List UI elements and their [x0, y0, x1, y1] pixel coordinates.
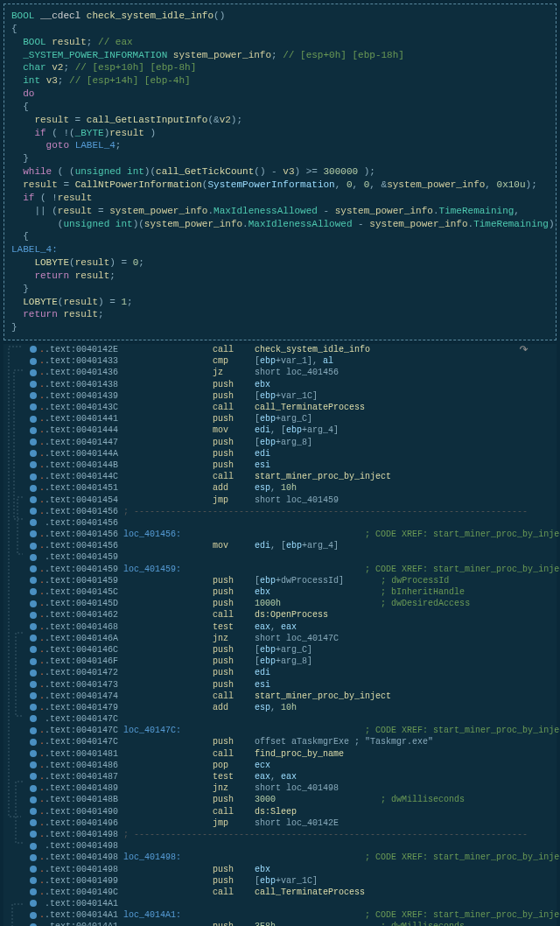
asm-line[interactable]: ..text:0040146F push [ebp+arg_8]	[30, 656, 556, 667]
breakpoint-dot-icon[interactable]	[30, 519, 37, 526]
asm-line[interactable]: ..text:00401439 push [ebp+var_1C]	[30, 390, 556, 402]
asm-line[interactable]: ..text:00401489 jnz short loc_401498	[30, 782, 556, 794]
asm-line[interactable]: ..text:0040145C push ebx ; bInheritHandl…	[30, 586, 556, 598]
asm-line[interactable]: ..text:00401468 test eax, eax	[30, 621, 556, 633]
asm-line[interactable]: ..text:0040146C push [ebp+arg_C]	[30, 644, 556, 656]
asm-line[interactable]: ..text:00401447 push [ebp+arg_8]	[30, 437, 556, 448]
asm-line[interactable]: ..text:0040143C call call_TerminateProce…	[30, 402, 556, 413]
asm-line[interactable]: ..text:00401456 ; ----------------------…	[30, 506, 556, 517]
asm-line[interactable]: ..text:0040142E call check_system_idle_i…	[30, 344, 556, 355]
asm-line[interactable]: ..text:00401454 jmp short loc_401459	[30, 495, 556, 506]
breakpoint-dot-icon[interactable]	[30, 843, 37, 850]
asm-line[interactable]: ..text:0040145D push 1000h ; dwDesiredAc…	[30, 598, 556, 609]
breakpoint-dot-icon[interactable]	[30, 912, 37, 919]
asm-line[interactable]: ..text:004014A1 push 3E8h ; dwMillisecon…	[30, 921, 556, 926]
breakpoint-dot-icon[interactable]	[30, 785, 37, 792]
breakpoint-dot-icon[interactable]	[30, 450, 37, 457]
breakpoint-dot-icon[interactable]	[30, 808, 37, 815]
breakpoint-dot-icon[interactable]	[30, 612, 37, 619]
asm-line[interactable]: ..text:00401438 push ebx	[30, 379, 556, 390]
asm-line[interactable]: ..text:00401456 mov edi, [ebp+arg_4]	[30, 540, 556, 551]
breakpoint-dot-icon[interactable]	[30, 773, 37, 780]
breakpoint-dot-icon[interactable]	[30, 635, 37, 642]
breakpoint-dot-icon[interactable]	[30, 854, 37, 861]
asm-line[interactable]: ..text:00401459 push [ebp+dwProcessId] ;…	[30, 575, 556, 586]
breakpoint-dot-icon[interactable]	[30, 508, 37, 515]
breakpoint-dot-icon[interactable]	[30, 658, 37, 665]
breakpoint-dot-icon[interactable]	[30, 438, 37, 445]
asm-line[interactable]: ..text:00401481 call find_proc_by_name	[30, 748, 556, 760]
asm-line[interactable]: .text:004014A1	[30, 898, 556, 909]
asm-line[interactable]: ..text:0040147C push offset aTaskmgrExe …	[30, 736, 556, 747]
breakpoint-dot-icon[interactable]	[30, 554, 37, 561]
asm-line[interactable]: ..text:00401433 cmp [ebp+var_1], al	[30, 355, 556, 367]
asm-line[interactable]: .text:00401459	[30, 551, 556, 563]
asm-line[interactable]: ..text:0040149C call call_TerminateProce…	[30, 887, 556, 898]
asm-line[interactable]: ..text:004014A1 loc_4014A1: ; CODE XREF:…	[30, 909, 556, 921]
asm-line[interactable]: ..text:00401472 push edi	[30, 667, 556, 678]
breakpoint-dot-icon[interactable]	[30, 427, 37, 434]
asm-line[interactable]: ..text:00401486 pop ecx	[30, 760, 556, 771]
breakpoint-dot-icon[interactable]	[30, 381, 37, 388]
breakpoint-dot-icon[interactable]	[30, 900, 37, 907]
breakpoint-dot-icon[interactable]	[30, 358, 37, 365]
breakpoint-dot-icon[interactable]	[30, 530, 37, 537]
breakpoint-dot-icon[interactable]	[30, 831, 37, 838]
asm-line[interactable]: ..text:00401479 add esp, 10h	[30, 702, 556, 713]
breakpoint-dot-icon[interactable]	[30, 485, 37, 492]
breakpoint-dot-icon[interactable]	[30, 392, 37, 399]
breakpoint-dot-icon[interactable]	[30, 588, 37, 595]
breakpoint-dot-icon[interactable]	[30, 692, 37, 699]
asm-line[interactable]: ..text:00401444 mov edi, [ebp+arg_4]	[30, 424, 556, 436]
breakpoint-dot-icon[interactable]	[30, 681, 37, 688]
breakpoint-dot-icon[interactable]	[30, 543, 37, 550]
breakpoint-dot-icon[interactable]	[30, 750, 37, 757]
breakpoint-dot-icon[interactable]	[30, 623, 37, 630]
breakpoint-dot-icon[interactable]	[30, 877, 37, 884]
asm-line[interactable]: ..text:00401490 call ds:Sleep	[30, 806, 556, 817]
asm-line[interactable]: ..text:0040144A push edi	[30, 448, 556, 459]
breakpoint-dot-icon[interactable]	[30, 727, 37, 734]
asm-line[interactable]: ..text:00401496 jmp short loc_40142E	[30, 817, 556, 829]
breakpoint-dot-icon[interactable]	[30, 346, 37, 353]
asm-line[interactable]: ..text:00401487 test eax, eax	[30, 771, 556, 782]
breakpoint-dot-icon[interactable]	[30, 670, 37, 677]
asm-line[interactable]: .text:0040147C	[30, 713, 556, 725]
asm-line[interactable]: ..text:00401473 push esi	[30, 679, 556, 691]
asm-line[interactable]: ..text:00401498 loc_401498: ; CODE XREF:…	[30, 852, 556, 863]
breakpoint-dot-icon[interactable]	[30, 461, 37, 468]
asm-line[interactable]: ..text:0040144C call start_miner_proc_by…	[30, 471, 556, 482]
asm-line[interactable]: .text:00401498	[30, 840, 556, 852]
breakpoint-dot-icon[interactable]	[30, 739, 37, 746]
breakpoint-dot-icon[interactable]	[30, 600, 37, 607]
breakpoint-dot-icon[interactable]	[30, 761, 37, 768]
asm-line[interactable]: ..text:00401451 add esp, 10h	[30, 482, 556, 494]
asm-line[interactable]: ..text:0040144B push esi	[30, 459, 556, 471]
asm-line[interactable]: ..text:0040147C loc_40147C: ; CODE XREF:…	[30, 725, 556, 736]
breakpoint-dot-icon[interactable]	[30, 577, 37, 584]
breakpoint-dot-icon[interactable]	[30, 866, 37, 873]
breakpoint-dot-icon[interactable]	[30, 369, 37, 376]
asm-line[interactable]: ..text:00401498 push ebx	[30, 864, 556, 875]
breakpoint-dot-icon[interactable]	[30, 496, 37, 503]
asm-line[interactable]: ..text:0040146A jnz short loc_40147C	[30, 633, 556, 644]
breakpoint-dot-icon[interactable]	[30, 474, 37, 481]
breakpoint-dot-icon[interactable]	[30, 888, 37, 895]
breakpoint-dot-icon[interactable]	[30, 796, 37, 803]
breakpoint-dot-icon[interactable]	[30, 715, 37, 722]
asm-line[interactable]: ..text:00401456 loc_401456: ; CODE XREF:…	[30, 529, 556, 540]
breakpoint-dot-icon[interactable]	[30, 646, 37, 653]
breakpoint-dot-icon[interactable]	[30, 819, 37, 826]
asm-line[interactable]: ..text:00401499 push [ebp+var_1C]	[30, 875, 556, 887]
asm-line[interactable]: ..text:0040148B push 3000 ; dwMillisecon…	[30, 794, 556, 805]
asm-line[interactable]: ..text:00401498 ; ----------------------…	[30, 829, 556, 840]
asm-line[interactable]: ..text:00401462 call ds:OpenProcess	[30, 609, 556, 621]
asm-line[interactable]: ..text:00401436 jz short loc_401456	[30, 367, 556, 378]
asm-line[interactable]: ..text:00401459 loc_401459: ; CODE XREF:…	[30, 564, 556, 575]
asm-line[interactable]: ..text:00401474 call start_miner_proc_by…	[30, 691, 556, 702]
asm-line[interactable]: ..text:00401441 push [ebp+arg_C]	[30, 413, 556, 424]
breakpoint-dot-icon[interactable]	[30, 403, 37, 410]
breakpoint-dot-icon[interactable]	[30, 565, 37, 572]
breakpoint-dot-icon[interactable]	[30, 416, 37, 423]
asm-line[interactable]: .text:00401456	[30, 517, 556, 529]
